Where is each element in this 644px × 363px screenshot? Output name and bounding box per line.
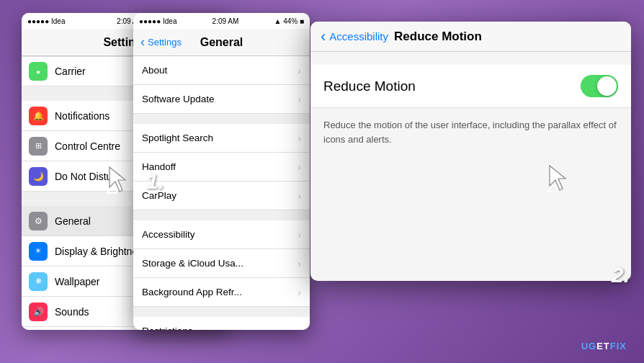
general-item-storage[interactable]: Storage & iCloud Usa... › — [133, 249, 310, 278]
carrier-icon: ● — [29, 62, 48, 81]
notifications-icon: 🔔 — [29, 107, 48, 125]
step-1-label: 1. — [146, 169, 164, 194]
reduce-motion-description: Reduce the motion of the user interface,… — [310, 108, 631, 156]
general-title: General — [200, 36, 243, 49]
status-bar-middle: ●●●●● Idea 2:09 AM ▲ 44% ■ — [133, 13, 310, 29]
time-middle: 2:09 AM — [213, 17, 239, 25]
carplay-chevron: › — [298, 190, 301, 202]
toggle-knob — [597, 76, 617, 96]
restrictions-label: Restrictions — [142, 326, 298, 330]
reduce-motion-toggle[interactable] — [581, 75, 618, 97]
sounds-icon: 🔊 — [29, 302, 48, 321]
general-item-spotlight[interactable]: Spotlight Search › — [133, 124, 310, 153]
about-label: About — [142, 65, 298, 76]
wallpaper-icon: ❋ — [29, 272, 48, 291]
storage-label: Storage & iCloud Usa... — [142, 258, 298, 269]
display-icon: ☀ — [29, 242, 48, 261]
general-item-accessibility[interactable]: Accessibility › — [133, 220, 310, 249]
back-chevron-icon: ‹ — [140, 35, 145, 50]
svg-line-6 — [547, 186, 553, 192]
settings-back-button[interactable]: ‹ Settings — [140, 35, 182, 50]
reduce-motion-panel: ‹ Accessibility Reduce Motion Reduce Mot… — [310, 22, 631, 281]
step-2-label: 2. — [612, 263, 630, 287]
battery-middle: ▲ 44% ■ — [274, 17, 304, 25]
general-nav-header: ‹ Settings General — [133, 29, 310, 56]
reduce-motion-title: Reduce Motion — [394, 30, 482, 44]
general-item-about[interactable]: About › — [133, 56, 310, 85]
separator-general-1 — [133, 114, 310, 124]
panel-back-chevron-icon: ‹ — [321, 27, 326, 46]
general-item-restrictions[interactable]: Restrictions › — [133, 317, 310, 330]
accessibility-chevron: › — [298, 229, 301, 241]
watermark-ug: UG — [581, 341, 597, 351]
back-label: Settings — [148, 37, 182, 48]
separator-general-3 — [133, 307, 310, 317]
watermark: UGETFIX — [581, 341, 627, 351]
general-item-background-app[interactable]: Background App Refr... › — [133, 278, 310, 307]
reduce-motion-header: ‹ Accessibility Reduce Motion — [310, 22, 631, 52]
storage-chevron: › — [298, 258, 301, 269]
software-update-label: Software Update — [142, 94, 298, 104]
carplay-label: CarPlay — [142, 190, 298, 201]
spotlight-label: Spotlight Search — [142, 133, 298, 143]
watermark-fix: FIX — [610, 341, 627, 351]
about-chevron: › — [298, 65, 301, 76]
carrier-left: ●●●●● Idea — [27, 17, 65, 25]
background-app-chevron: › — [298, 287, 301, 298]
handoff-chevron: › — [298, 161, 301, 173]
accessibility-label: Accessibility — [142, 229, 298, 240]
reduce-motion-label: Reduce Motion — [323, 79, 581, 94]
spotlight-chevron: › — [298, 133, 301, 144]
cursor-pointer-2 — [547, 164, 579, 196]
reduce-motion-row[interactable]: Reduce Motion — [310, 65, 631, 108]
panel-back-label: Accessibility — [329, 30, 388, 42]
general-icon: ⚙ — [29, 212, 48, 230]
background-app-label: Background App Refr... — [142, 287, 298, 297]
svg-line-1 — [107, 187, 112, 193]
software-update-chevron: › — [298, 94, 301, 105]
do-not-disturb-icon: 🌙 — [29, 167, 48, 186]
control-centre-icon: ⊞ — [29, 137, 48, 156]
watermark-et: ET — [596, 341, 610, 351]
accessibility-back-button[interactable]: ‹ Accessibility — [321, 27, 388, 46]
restrictions-chevron: › — [298, 326, 301, 331]
reduce-motion-desc-text: Reduce the motion of the user interface,… — [323, 118, 618, 146]
separator-general-2 — [133, 210, 310, 220]
carrier-middle: ●●●●● Idea — [139, 17, 176, 25]
general-item-software-update[interactable]: Software Update › — [133, 85, 310, 114]
cursor-pointer-1 — [107, 166, 135, 197]
handoff-label: Handoff — [142, 161, 298, 172]
